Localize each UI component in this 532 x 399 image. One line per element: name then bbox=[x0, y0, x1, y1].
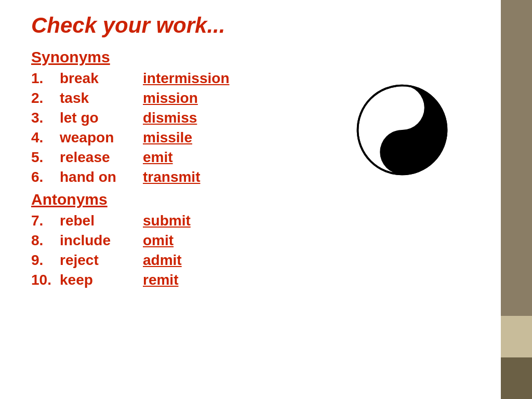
item-clue: let go bbox=[60, 110, 143, 126]
item-answer: transmit bbox=[143, 169, 200, 185]
list-item: 8. include omit bbox=[31, 232, 485, 249]
item-answer: emit bbox=[143, 149, 173, 166]
item-answer: remit bbox=[143, 272, 178, 288]
list-item: 10. keep remit bbox=[31, 272, 485, 288]
item-number: 6. bbox=[31, 169, 60, 185]
yin-yang-symbol bbox=[355, 83, 449, 179]
svg-point-2 bbox=[396, 102, 408, 114]
item-number: 9. bbox=[31, 252, 60, 269]
list-item: 9. reject admit bbox=[31, 252, 485, 269]
item-answer: admit bbox=[143, 252, 182, 269]
sidebar bbox=[501, 0, 532, 399]
item-clue: hand on bbox=[60, 169, 143, 185]
item-number: 4. bbox=[31, 129, 60, 146]
item-answer: mission bbox=[143, 90, 198, 107]
antonyms-header: Antonyms bbox=[31, 191, 485, 208]
item-number: 1. bbox=[31, 70, 60, 87]
item-answer: intermission bbox=[143, 70, 229, 87]
item-number: 10. bbox=[31, 272, 60, 288]
item-clue: task bbox=[60, 90, 143, 107]
item-number: 2. bbox=[31, 90, 60, 107]
sidebar-middle bbox=[501, 316, 532, 357]
item-clue: weapon bbox=[60, 129, 143, 146]
item-answer: omit bbox=[143, 232, 174, 249]
item-number: 3. bbox=[31, 110, 60, 126]
item-number: 8. bbox=[31, 232, 60, 249]
main-content: Check your work... Synonyms 1. break int… bbox=[0, 0, 501, 399]
svg-point-1 bbox=[396, 146, 408, 158]
sidebar-top bbox=[501, 0, 532, 316]
item-number: 7. bbox=[31, 212, 60, 229]
item-clue: include bbox=[60, 232, 143, 249]
item-answer: dismiss bbox=[143, 110, 197, 126]
sidebar-bottom bbox=[501, 357, 532, 399]
list-item: 7. rebel submit bbox=[31, 212, 485, 229]
item-clue: break bbox=[60, 70, 143, 87]
item-answer: submit bbox=[143, 212, 191, 229]
antonyms-list: 7. rebel submit 8. include omit 9. rejec… bbox=[31, 212, 485, 288]
item-clue: rebel bbox=[60, 212, 143, 229]
synonyms-header: Synonyms bbox=[31, 48, 485, 66]
page-title: Check your work... bbox=[31, 13, 485, 38]
item-clue: keep bbox=[60, 272, 143, 288]
item-number: 5. bbox=[31, 149, 60, 166]
item-clue: release bbox=[60, 149, 143, 166]
item-clue: reject bbox=[60, 252, 143, 269]
item-answer: missile bbox=[143, 129, 192, 146]
